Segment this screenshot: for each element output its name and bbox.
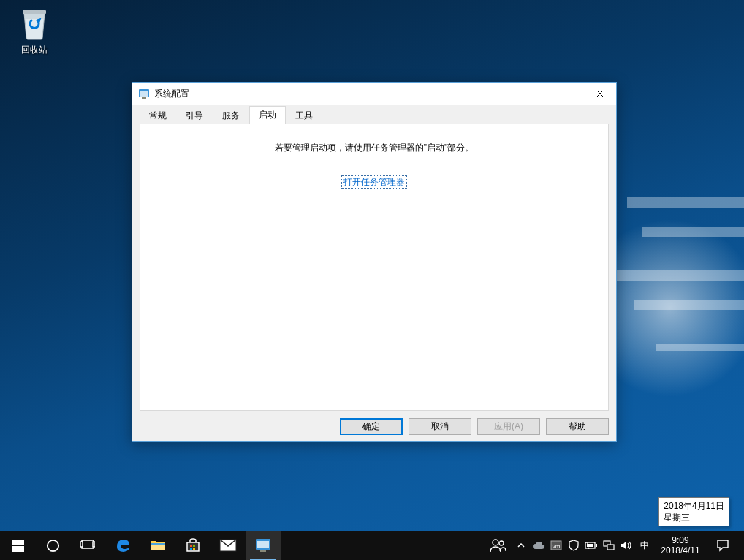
edge-icon: [114, 537, 132, 554]
tooltip-date: 2018年4月11日: [664, 500, 724, 512]
taskbar-clock[interactable]: 9:09 2018/4/11: [654, 535, 707, 556]
svg-rect-14: [190, 545, 192, 547]
tabstrip: 常规 引导 服务 启动 工具: [140, 107, 609, 124]
system-tray: vm: [483, 531, 744, 560]
svg-rect-3: [142, 97, 146, 99]
svg-rect-10: [80, 542, 83, 547]
msconfig-taskbar-button[interactable]: [246, 531, 281, 560]
startup-tabpanel: 若要管理启动项，请使用任务管理器的"启动"部分。 打开任务管理器: [140, 124, 609, 411]
people-button[interactable]: [483, 531, 512, 560]
vmware-tools-tray-icon[interactable]: vm: [547, 531, 565, 560]
svg-rect-7: [18, 546, 24, 552]
notification-icon: [716, 539, 729, 552]
svg-rect-31: [607, 545, 614, 550]
mail-icon: [219, 539, 237, 552]
ok-button[interactable]: 确定: [340, 418, 403, 435]
desktop[interactable]: 回收站 系统配置 常规 引导 服务: [0, 0, 744, 560]
tab-tools[interactable]: 工具: [286, 107, 322, 124]
cloud-icon: [532, 541, 545, 550]
recycle-bin-glyph: [18, 4, 50, 41]
task-view-icon: [80, 540, 95, 551]
svg-rect-5: [18, 540, 24, 545]
power-tray-icon[interactable]: [582, 531, 600, 560]
cortana-icon: [46, 539, 60, 553]
volume-tray-icon[interactable]: [618, 531, 635, 560]
apply-button[interactable]: 应用(A): [477, 418, 540, 435]
svg-rect-9: [82, 540, 94, 548]
clock-tooltip: 2018年4月11日 星期三: [658, 497, 729, 526]
edge-button[interactable]: [105, 531, 140, 560]
svg-rect-4: [12, 540, 18, 545]
recycle-bin-icon[interactable]: 回收站: [7, 4, 61, 56]
shield-icon: [569, 540, 579, 551]
clock-time: 9:09: [654, 535, 707, 545]
svg-rect-15: [193, 545, 195, 547]
cancel-button[interactable]: 取消: [409, 418, 471, 435]
tab-startup[interactable]: 启动: [249, 106, 286, 124]
svg-rect-13: [151, 543, 165, 545]
svg-text:vm: vm: [553, 543, 561, 550]
titlebar[interactable]: 系统配置: [132, 83, 616, 105]
tooltip-weekday: 星期三: [664, 512, 724, 523]
speaker-icon: [620, 540, 632, 550]
windows-logo-icon: [12, 540, 24, 552]
people-icon: [490, 538, 506, 553]
msconfig-dialog: 系统配置 常规 引导 服务 启动 工具 若要管理启动项，请使用任务管理器的"启动…: [132, 82, 617, 442]
help-button[interactable]: 帮助: [546, 418, 609, 435]
svg-rect-6: [12, 546, 18, 552]
svg-rect-16: [190, 548, 192, 550]
svg-rect-17: [193, 548, 195, 550]
start-button[interactable]: [0, 531, 35, 560]
action-center-button[interactable]: [707, 539, 739, 552]
msconfig-icon: [138, 88, 150, 99]
svg-rect-0: [23, 10, 46, 14]
ime-indicator[interactable]: 中: [635, 531, 654, 560]
svg-rect-2: [140, 91, 148, 97]
chevron-up-icon: [517, 543, 525, 548]
dialog-title: 系统配置: [154, 88, 189, 100]
msconfig-taskbar-icon: [254, 537, 272, 553]
open-task-manager-link[interactable]: 打开任务管理器: [342, 176, 406, 188]
file-explorer-button[interactable]: [140, 531, 175, 560]
close-icon: [596, 90, 604, 97]
recycle-bin-label: 回收站: [7, 44, 61, 56]
vm-icon: vm: [550, 540, 562, 550]
tray-overflow-button[interactable]: [512, 531, 530, 560]
taskbar: vm: [0, 531, 744, 560]
svg-rect-29: [596, 544, 597, 547]
svg-rect-11: [93, 542, 95, 547]
security-tray-icon[interactable]: [565, 531, 582, 560]
startup-message: 若要管理启动项，请使用任务管理器的"启动"部分。: [140, 142, 608, 154]
store-icon: [185, 537, 201, 553]
svg-point-8: [47, 540, 58, 550]
network-tray-icon[interactable]: [600, 531, 618, 560]
svg-point-23: [493, 540, 498, 545]
network-icon: [603, 540, 615, 551]
clock-date: 2018/4/11: [654, 545, 707, 556]
svg-rect-21: [257, 541, 269, 548]
svg-point-24: [499, 541, 504, 545]
tab-general[interactable]: 常规: [140, 107, 176, 124]
tab-services[interactable]: 服务: [213, 107, 249, 124]
close-button[interactable]: [583, 83, 616, 104]
store-button[interactable]: [175, 531, 210, 560]
cortana-button[interactable]: [35, 531, 70, 560]
battery-icon: [585, 541, 598, 550]
mail-button[interactable]: [210, 531, 246, 560]
folder-icon: [150, 539, 166, 552]
onedrive-tray-icon[interactable]: [530, 531, 547, 560]
dialog-buttons: 确定 取消 应用(A) 帮助: [140, 411, 609, 435]
svg-rect-22: [260, 550, 266, 552]
tab-boot[interactable]: 引导: [176, 107, 213, 124]
task-view-button[interactable]: [70, 531, 105, 560]
